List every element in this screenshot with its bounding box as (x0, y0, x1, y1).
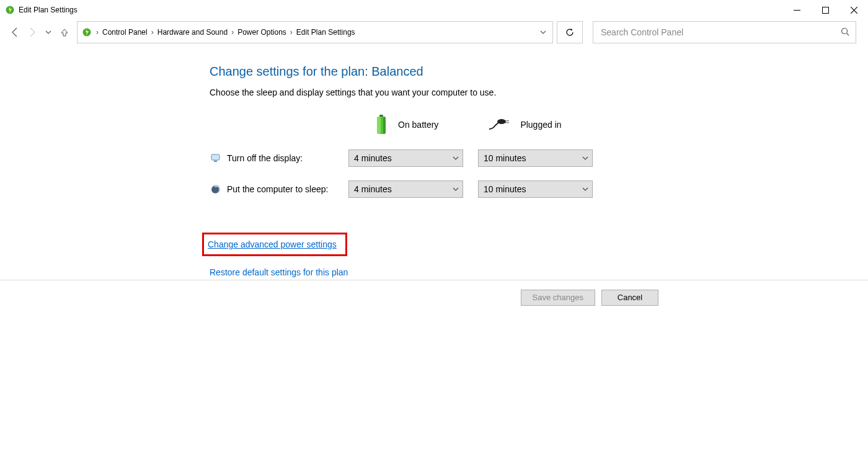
forward-button[interactable] (25, 25, 40, 40)
column-header-plugged: Plugged in (520, 120, 561, 130)
plug-icon (488, 118, 510, 131)
refresh-button[interactable] (557, 21, 583, 43)
svg-rect-10 (505, 122, 509, 123)
display-battery-dropdown[interactable]: 4 minutes (348, 149, 463, 167)
battery-icon (374, 114, 388, 136)
svg-rect-4 (379, 115, 383, 117)
breadcrumb-separator: › (148, 28, 157, 37)
address-bar[interactable]: › Control Panel › Hardware and Sound › P… (77, 21, 553, 43)
breadcrumb-separator: › (286, 28, 296, 37)
maximize-button[interactable] (811, 0, 839, 20)
main-content: Change settings for the plan: Balanced C… (0, 45, 868, 277)
change-advanced-power-settings-link[interactable]: Change advanced power settings (208, 239, 337, 249)
title-bar: Edit Plan Settings (0, 0, 868, 20)
cancel-button[interactable]: Cancel (601, 290, 658, 306)
chevron-down-icon (582, 184, 588, 194)
svg-rect-9 (505, 120, 509, 122)
chevron-down-icon (453, 153, 459, 163)
chevron-down-icon (453, 184, 459, 194)
page-heading: Change settings for the plan: Balanced (210, 65, 868, 79)
back-button[interactable] (7, 25, 22, 40)
navigation-row: › Control Panel › Hardware and Sound › P… (0, 20, 868, 45)
dropdown-value: 10 minutes (484, 184, 526, 194)
breadcrumb-item[interactable]: Control Panel (102, 28, 148, 37)
dropdown-value: 4 minutes (354, 184, 392, 194)
window-title: Edit Plan Settings (19, 6, 78, 14)
recent-locations-dropdown[interactable] (42, 25, 55, 40)
sleep-icon (210, 183, 222, 195)
svg-rect-6 (377, 117, 381, 134)
svg-rect-1 (822, 7, 828, 13)
svg-rect-12 (214, 161, 217, 162)
setting-row-sleep: Put the computer to sleep: 4 minutes 10 … (210, 180, 868, 198)
breadcrumb-item[interactable]: Edit Plan Settings (296, 28, 355, 37)
setting-row-display: Turn off the display: 4 minutes 10 minut… (210, 149, 868, 167)
address-history-dropdown[interactable] (535, 22, 550, 43)
display-icon (210, 152, 222, 164)
search-box[interactable] (593, 21, 856, 43)
chevron-down-icon (582, 153, 588, 163)
power-options-icon (81, 27, 92, 38)
svg-point-8 (497, 119, 506, 124)
search-input[interactable] (600, 27, 841, 38)
page-subtext: Choose the sleep and display settings th… (210, 87, 868, 97)
svg-rect-7 (383, 117, 386, 134)
setting-label-sleep: Put the computer to sleep: (227, 184, 348, 194)
breadcrumb-item[interactable]: Hardware and Sound (157, 28, 228, 37)
up-button[interactable] (57, 25, 72, 40)
breadcrumb-separator: › (92, 28, 102, 37)
column-header-battery: On battery (398, 120, 438, 130)
sleep-plugged-dropdown[interactable]: 10 minutes (478, 180, 593, 198)
display-plugged-dropdown[interactable]: 10 minutes (478, 149, 593, 167)
close-button[interactable] (839, 0, 868, 20)
restore-default-settings-link[interactable]: Restore default settings for this plan (210, 267, 348, 277)
svg-rect-11 (211, 154, 219, 160)
dropdown-value: 10 minutes (484, 153, 526, 163)
breadcrumb-item[interactable]: Power Options (237, 28, 286, 37)
search-icon (841, 27, 849, 38)
minimize-button[interactable] (782, 0, 811, 20)
power-options-icon (5, 5, 15, 15)
save-changes-button[interactable]: Save changes (521, 290, 595, 306)
dialog-button-bar: Save changes Cancel (0, 280, 868, 314)
dropdown-value: 4 minutes (354, 153, 392, 163)
highlight-advanced-link: Change advanced power settings (202, 233, 347, 256)
svg-point-3 (842, 28, 848, 33)
sleep-battery-dropdown[interactable]: 4 minutes (348, 180, 463, 198)
setting-label-display: Turn off the display: (227, 153, 348, 163)
breadcrumb-separator: › (228, 28, 237, 37)
